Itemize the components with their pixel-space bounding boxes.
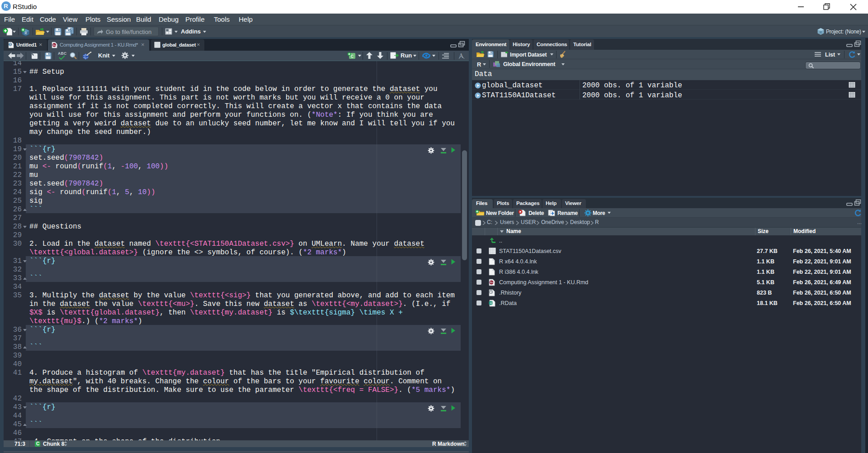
svg-text:R: R [820,30,822,34]
svg-text:R: R [490,302,492,305]
svg-text:R: R [24,31,27,35]
svg-text:R: R [9,43,12,47]
svg-text:C: C [351,54,354,59]
svg-text:Rmd: Rmd [490,281,495,284]
svg-text:Rmd: Rmd [53,44,58,47]
